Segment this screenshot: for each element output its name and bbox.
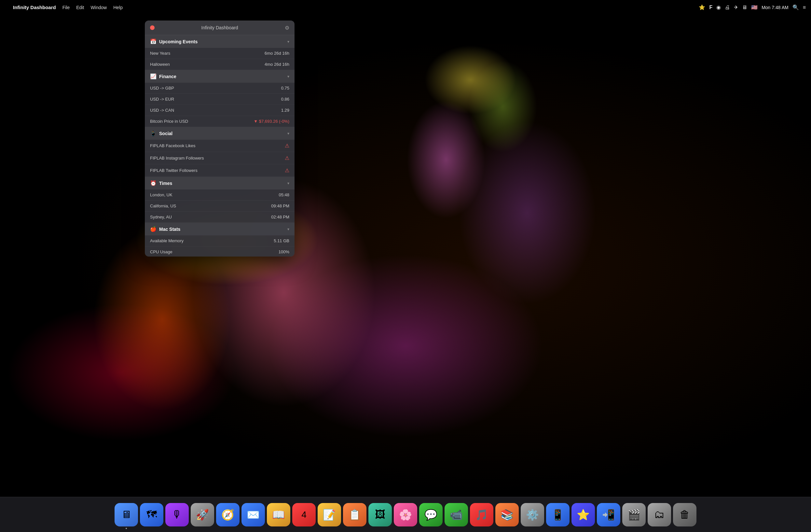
new-years-label: New Years xyxy=(150,51,170,56)
dock-item-maps[interactable]: 🗺 xyxy=(140,503,163,527)
sydney-row: Sydney, AU 02:48 PM xyxy=(145,212,294,223)
facebook-row: FIPLAB Facebook Likes ⚠ xyxy=(145,140,294,152)
dock-item-folder[interactable]: 🗂 xyxy=(648,503,671,527)
california-value: 09:48 PM xyxy=(271,203,289,208)
halloween-label: Halloween xyxy=(150,62,170,67)
section-mac-stats-left: 🍎 Mac Stats xyxy=(150,226,180,232)
section-finance[interactable]: 📈 Finance ▾ xyxy=(145,70,294,83)
facetime-icon: 📹 xyxy=(450,508,463,521)
london-row: London, UK 05:48 xyxy=(145,189,294,200)
printer-icon[interactable]: 🖨 xyxy=(725,4,730,11)
calendar-dock-icon: 4 xyxy=(301,510,307,520)
usd-eur-label: USD -> EUR xyxy=(150,97,174,102)
menubar-left: Infinity Dashboard File Edit Window Help xyxy=(5,4,699,10)
display-icon[interactable]: 🖥 xyxy=(742,4,747,11)
dock-item-music[interactable]: 🎵 xyxy=(470,503,493,527)
maps-icon: 🗺 xyxy=(147,508,157,521)
star-icon[interactable]: ⭐ xyxy=(699,4,705,11)
dock-item-calendar[interactable]: 4 xyxy=(292,503,316,527)
dock-item-system-prefs[interactable]: ⚙️ xyxy=(521,503,544,527)
finance-title: Finance xyxy=(159,74,177,79)
social-title: Social xyxy=(159,131,172,136)
section-upcoming-events[interactable]: 📅 Upcoming Events ▾ xyxy=(145,35,294,48)
dock-item-overflow[interactable]: ⭐ xyxy=(571,503,595,527)
mail-icon: ✉️ xyxy=(247,508,260,521)
menu-window[interactable]: Window xyxy=(91,5,107,10)
new-years-row: New Years 6mo 26d 16h xyxy=(145,48,294,59)
siri-icon: 🎙 xyxy=(172,508,182,521)
plane-icon[interactable]: ✈ xyxy=(734,4,738,11)
notes-icon: 📝 xyxy=(323,508,336,521)
times-icon: ⏰ xyxy=(150,180,156,186)
menubar: Infinity Dashboard File Edit Window Help… xyxy=(0,0,811,15)
panel-gear-icon[interactable]: ⚙ xyxy=(285,25,289,31)
dock-item-contacts[interactable]: 📖 xyxy=(267,503,290,527)
trash-icon: 🗑 xyxy=(679,508,690,521)
menu-help[interactable]: Help xyxy=(113,5,123,10)
halloween-value: 4mo 26d 16h xyxy=(264,62,289,67)
dock-item-quicktime[interactable]: 🎬 xyxy=(622,503,646,527)
dock-item-app-store[interactable]: 📱 xyxy=(546,503,569,527)
panel-header: Infinity Dashboard ⚙ xyxy=(145,20,294,35)
dock-item-photos[interactable]: 🌸 xyxy=(394,503,417,527)
usd-can-label: USD -> CAN xyxy=(150,108,174,113)
times-chevron-icon: ▾ xyxy=(287,181,289,186)
flag-icon[interactable]: 🇺🇸 xyxy=(751,4,758,11)
instagram-row: FIPLAB Instagram Followers ⚠ xyxy=(145,152,294,164)
list-icon[interactable]: ≡ xyxy=(803,4,806,11)
cpu-label: CPU Usage xyxy=(150,249,172,254)
section-social[interactable]: 📱 Social ▾ xyxy=(145,127,294,140)
cpu-row: CPU Usage 100% xyxy=(145,246,294,257)
sydney-label: Sydney, AU xyxy=(150,215,172,219)
new-years-value: 6mo 26d 16h xyxy=(264,51,289,56)
usd-can-row: USD -> CAN 1.29 xyxy=(145,105,294,116)
books-icon: 📚 xyxy=(501,508,514,521)
search-icon[interactable]: 🔍 xyxy=(793,4,799,11)
mac-stats-chevron-icon: ▾ xyxy=(287,227,289,231)
finance-icon: 📈 xyxy=(150,73,156,79)
memory-label: Available Memory xyxy=(150,238,184,243)
usd-gbp-label: USD -> GBP xyxy=(150,86,174,91)
section-times[interactable]: ⏰ Times ▾ xyxy=(145,177,294,189)
bitcoin-value: ▼ $7,693.26 (-0%) xyxy=(254,119,289,124)
dock-item-books[interactable]: 📚 xyxy=(495,503,519,527)
mac-stats-title: Mac Stats xyxy=(159,227,180,232)
usd-can-value: 1.29 xyxy=(281,108,289,113)
photos-icon: 🌸 xyxy=(399,508,412,521)
menu-edit[interactable]: Edit xyxy=(76,5,84,10)
usd-gbp-value: 0.75 xyxy=(281,86,289,91)
dock-item-trash[interactable]: 🗑 xyxy=(673,503,697,527)
dock-item-reminders[interactable]: 📋 xyxy=(343,503,366,527)
panel-close-button[interactable] xyxy=(150,26,155,30)
dock-item-siri[interactable]: 🎙 xyxy=(165,503,189,527)
upcoming-events-chevron-icon: ▾ xyxy=(287,40,289,44)
facebook-value: ⚠ xyxy=(285,142,289,149)
times-title: Times xyxy=(159,181,172,186)
dock-item-mail[interactable]: ✉️ xyxy=(242,503,265,527)
instagram-label: FIPLAB Instagram Followers xyxy=(150,156,204,161)
dock-item-messages[interactable]: 💬 xyxy=(419,503,443,527)
dashboard-panel: Infinity Dashboard ⚙ 📅 Upcoming Events ▾… xyxy=(145,20,294,257)
f-icon[interactable]: F xyxy=(709,4,713,11)
app-name: Infinity Dashboard xyxy=(13,4,56,10)
menu-file[interactable]: File xyxy=(62,5,70,10)
finance-chevron-icon: ▾ xyxy=(287,74,289,79)
dock-item-slideshow[interactable]: 🖼 xyxy=(368,503,392,527)
dock-item-finder[interactable]: 🖥 xyxy=(114,503,138,527)
bitcoin-row: Bitcoin Price in USD ▼ $7,693.26 (-0%) xyxy=(145,116,294,127)
section-upcoming-events-left: 📅 Upcoming Events xyxy=(150,39,198,45)
sydney-value: 02:48 PM xyxy=(271,215,289,219)
dock-item-app-store-2[interactable]: 📲 xyxy=(597,503,620,527)
section-mac-stats[interactable]: 🍎 Mac Stats ▾ xyxy=(145,223,294,235)
dock-item-notes[interactable]: 📝 xyxy=(318,503,341,527)
safari-icon: 🧭 xyxy=(221,508,234,521)
dock-item-safari[interactable]: 🧭 xyxy=(216,503,240,527)
radar-icon[interactable]: ◉ xyxy=(716,4,721,11)
dock-item-facetime[interactable]: 📹 xyxy=(445,503,468,527)
app-store-icon: 📱 xyxy=(551,508,564,521)
dock-item-launchpad[interactable]: 🚀 xyxy=(191,503,214,527)
panel-scroll[interactable]: 📅 Upcoming Events ▾ New Years 6mo 26d 16… xyxy=(145,35,294,257)
california-label: California, US xyxy=(150,203,176,208)
messages-icon: 💬 xyxy=(424,508,438,521)
reminders-icon: 📋 xyxy=(348,508,361,521)
